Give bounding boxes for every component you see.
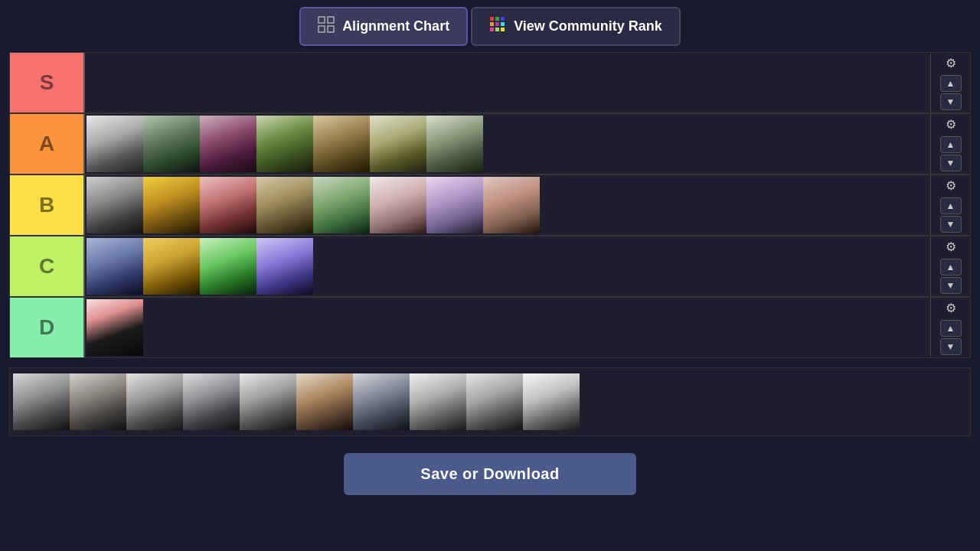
tier-d-text: D [39,315,54,340]
list-item[interactable] [256,116,313,172]
gear-button-a[interactable]: ⚙ [946,117,956,132]
down-button-s[interactable]: ▼ [940,93,962,110]
list-item[interactable] [183,373,240,430]
list-item[interactable] [200,116,256,172]
tier-row-b: B ⚙ ▲ ▼ [9,174,971,236]
list-item[interactable] [313,116,370,172]
svg-rect-12 [501,28,505,31]
list-item[interactable] [87,177,143,233]
tier-label-b: B [10,175,83,235]
list-item[interactable] [256,177,313,233]
save-button-wrapper: Save or Download [0,453,980,495]
list-item[interactable] [143,238,200,295]
list-item[interactable] [126,373,183,430]
tier-row-c: C ⚙ ▲ ▼ [9,236,971,297]
list-item[interactable] [143,177,200,233]
list-item[interactable] [426,116,483,172]
tier-label-d: D [10,298,83,357]
list-item[interactable] [240,373,296,430]
gear-button-d[interactable]: ⚙ [946,301,956,315]
down-button-b[interactable]: ▼ [940,216,962,233]
tier-content-a[interactable] [83,114,930,174]
tier-content-b[interactable] [83,175,930,235]
list-item[interactable] [353,373,410,430]
view-community-rank-button[interactable]: View Community Rank [471,7,681,46]
tier-content-d[interactable] [83,298,930,357]
tier-content-s[interactable] [83,53,930,112]
tier-list: S ⚙ ▲ ▼ A ⚙ ▲ ▼ [0,52,980,358]
svg-rect-8 [495,22,499,26]
alignment-chart-button[interactable]: Alignment Chart [299,7,468,46]
list-item[interactable] [410,373,466,430]
tier-controls-c: ⚙ ▲ ▼ [930,236,970,296]
gear-button-c[interactable]: ⚙ [946,240,956,254]
save-download-button[interactable]: Save or Download [344,453,635,495]
tier-row-d: D ⚙ ▲ ▼ [9,297,971,358]
tier-label-s: S [10,53,83,112]
up-button-c[interactable]: ▲ [940,259,962,276]
tier-row-a: A ⚙ ▲ ▼ [9,113,971,174]
list-item[interactable] [426,177,483,233]
tier-controls-d: ⚙ ▲ ▼ [930,298,970,357]
up-button-b[interactable]: ▲ [940,197,962,214]
list-item[interactable] [523,373,580,430]
list-item[interactable] [313,177,370,233]
tier-controls-s: ⚙ ▲ ▼ [930,53,970,112]
svg-rect-6 [501,17,505,21]
gear-button-b[interactable]: ⚙ [946,178,956,193]
down-button-c[interactable]: ▼ [940,277,962,294]
list-item[interactable] [256,238,313,295]
list-item[interactable] [296,373,353,430]
tier-row-s: S ⚙ ▲ ▼ [9,52,971,113]
svg-rect-9 [501,22,505,26]
list-item[interactable] [87,116,143,172]
alignment-chart-label: Alignment Chart [342,18,449,34]
view-community-rank-label: View Community Rank [514,18,662,34]
tier-label-a: A [10,114,83,174]
list-item[interactable] [483,177,540,233]
list-item[interactable] [200,238,256,295]
list-item[interactable] [87,299,143,356]
tier-controls-a: ⚙ ▲ ▼ [930,114,970,174]
list-item[interactable] [87,238,143,295]
list-item[interactable] [200,177,256,233]
svg-rect-1 [328,17,334,23]
tier-content-c[interactable] [83,236,930,296]
down-button-a[interactable]: ▼ [940,155,962,171]
svg-rect-3 [328,26,334,32]
list-item[interactable] [466,373,523,430]
list-item[interactable] [143,116,200,172]
svg-rect-7 [490,22,494,26]
unranked-area[interactable] [9,367,971,436]
tier-label-c: C [10,236,83,296]
up-button-a[interactable]: ▲ [940,136,962,153]
header: Alignment Chart View Community Rank [0,0,980,52]
list-item[interactable] [70,373,126,430]
svg-rect-5 [495,17,499,21]
list-item[interactable] [370,177,426,233]
up-button-s[interactable]: ▲ [940,75,962,92]
tier-s-text: S [40,70,54,95]
list-item[interactable] [370,116,426,172]
gear-button-s[interactable]: ⚙ [946,56,956,70]
svg-rect-11 [495,28,499,31]
tier-controls-b: ⚙ ▲ ▼ [930,175,970,235]
svg-rect-0 [318,17,325,23]
down-button-d[interactable]: ▼ [940,338,962,355]
tier-a-text: A [39,132,54,156]
svg-rect-4 [490,17,494,21]
svg-rect-10 [490,28,494,31]
tier-b-text: B [39,193,54,217]
svg-rect-2 [318,26,325,32]
mosaic-icon [489,16,506,37]
list-item[interactable] [13,373,70,430]
tier-c-text: C [39,254,54,279]
up-button-d[interactable]: ▲ [940,320,962,337]
grid-icon [318,16,335,37]
